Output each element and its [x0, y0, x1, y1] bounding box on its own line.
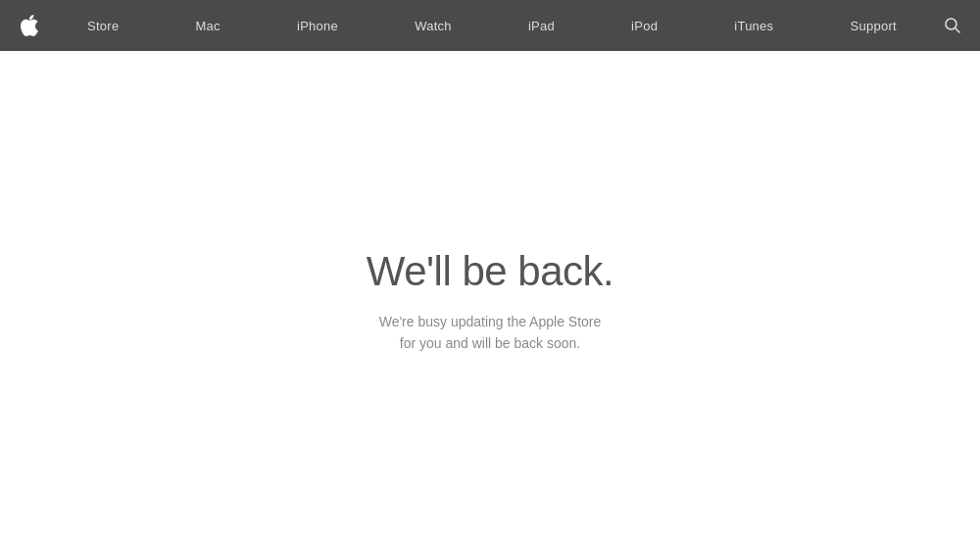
nav-item-iphone[interactable]: iPhone: [289, 0, 346, 51]
nav-link-itunes[interactable]: iTunes: [726, 19, 781, 33]
nav-link-store[interactable]: Store: [79, 19, 126, 33]
nav-item-itunes[interactable]: iTunes: [726, 0, 781, 51]
nav-item-mac[interactable]: Mac: [188, 0, 228, 51]
nav-item-support[interactable]: Support: [842, 0, 904, 51]
navbar: Store Mac iPhone Watch iPad iPod iTunes …: [0, 0, 980, 51]
nav-link-watch[interactable]: Watch: [407, 19, 460, 33]
nav-item-ipod[interactable]: iPod: [623, 0, 665, 51]
main-title: We'll be back.: [367, 248, 613, 295]
main-subtitle: We're busy updating the Apple Store for …: [379, 311, 602, 355]
nav-link-ipod[interactable]: iPod: [623, 19, 665, 33]
nav-item-ipad[interactable]: iPad: [520, 0, 563, 51]
apple-logo-icon: [21, 15, 38, 36]
subtitle-line1: We're busy updating the Apple Store: [379, 314, 602, 329]
nav-item-store[interactable]: Store: [79, 0, 126, 51]
nav-menu: Store Mac iPhone Watch iPad iPod iTunes …: [49, 0, 935, 51]
subtitle-line2: for you and will be back soon.: [400, 335, 580, 351]
nav-link-ipad[interactable]: iPad: [520, 19, 563, 33]
nav-item-watch[interactable]: Watch: [407, 0, 460, 51]
search-icon: [945, 18, 960, 33]
apple-logo-button[interactable]: [10, 0, 49, 51]
nav-link-mac[interactable]: Mac: [188, 19, 228, 33]
svg-line-1: [956, 28, 960, 33]
search-button[interactable]: [935, 0, 970, 51]
nav-link-support[interactable]: Support: [842, 19, 904, 33]
nav-link-iphone[interactable]: iPhone: [289, 19, 346, 33]
main-content: We'll be back. We're busy updating the A…: [0, 51, 980, 551]
